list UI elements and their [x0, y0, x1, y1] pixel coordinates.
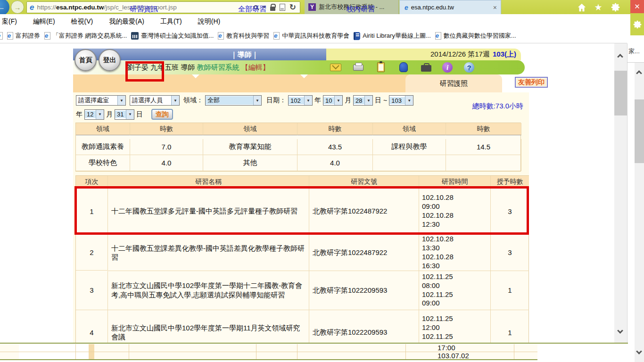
summary-header: 時數	[446, 123, 521, 135]
month-label: 月	[345, 96, 351, 105]
clipboard-icon[interactable]	[375, 62, 387, 73]
summary-header: 時數	[130, 123, 203, 135]
logout-button[interactable]: 登出	[99, 49, 121, 71]
tab-workshop-passport-active[interactable]: 研習護照	[405, 74, 502, 92]
summary-header: 領域	[373, 123, 446, 135]
scroll-up-icon[interactable]	[617, 54, 623, 60]
behind-window-time-text: 103.07.02	[438, 352, 469, 360]
start-year-select[interactable]: 102▼	[288, 95, 313, 106]
tab-close-icon[interactable]: ×	[489, 4, 497, 11]
menu-view[interactable]: 檢視(V)	[71, 17, 93, 26]
chevron-down-icon: ▼	[253, 96, 261, 105]
behind-window-gear-icon[interactable]	[630, 13, 644, 35]
record-time: 102.11.2508:00102.11.2509:00	[419, 271, 491, 310]
record-hours: 1	[491, 271, 529, 310]
favorite-item-clipped[interactable]	[0, 32, 3, 40]
scrollbar-vertical[interactable]	[614, 43, 627, 343]
favorite-item[interactable]: Airiti Library華藝線上圖...	[354, 32, 430, 40]
briefcase-icon[interactable]	[421, 62, 432, 73]
info-icon[interactable]: i	[442, 62, 454, 73]
domain-label: 領域：	[183, 96, 203, 105]
favorite-item[interactable]: 「富邦證券 網路交易系統...	[44, 32, 127, 40]
favorites-star-icon[interactable]: ★	[593, 2, 604, 13]
home-icon[interactable]	[576, 2, 587, 13]
end-month-select[interactable]: 12▼	[84, 109, 104, 120]
end-year-select[interactable]: 103▼	[389, 95, 413, 106]
date-label: 日期：	[266, 96, 286, 105]
refresh-icon[interactable]: ↻	[289, 3, 296, 11]
record-name: 新北市立文山國民中學102學年度第一學期十二年國教-教育會考,高中職與五專免試入…	[108, 271, 309, 310]
scroll-down-icon[interactable]	[617, 328, 623, 334]
behind-window-scrollbar[interactable]	[635, 63, 644, 362]
day-label: 日	[375, 96, 381, 105]
scrollbar-thumb[interactable]	[614, 71, 627, 115]
behind-window-time-text: 17:00	[438, 344, 455, 352]
back-icon: ←	[0, 2, 5, 12]
menu-file[interactable]: 案(F)	[2, 17, 17, 26]
year-label: 年	[314, 96, 321, 105]
favorite-item[interactable]: 教育科技與學習	[218, 32, 269, 40]
chevron-down-icon: ▼	[304, 96, 312, 105]
end-day-select[interactable]: 31▼	[115, 109, 134, 120]
scroll-up-icon[interactable]	[636, 70, 642, 76]
range-tilde: ~	[383, 97, 387, 104]
menu-tools[interactable]: 工具(T)	[160, 17, 182, 26]
tab-school-workshops[interactable]: 校內研習	[323, 0, 398, 18]
summary-header: 領域	[203, 123, 297, 135]
chevron-down-icon: ▼	[117, 96, 125, 105]
ie-page-icon	[435, 32, 441, 40]
behind-window-bottom-border	[0, 359, 537, 360]
help-icon[interactable]: ?	[464, 62, 475, 73]
summary-cell: 4.0	[297, 155, 373, 171]
tab-workshop-info[interactable]: 研習資訊	[106, 0, 182, 18]
department-select[interactable]: 請選擇處室▼	[76, 95, 126, 106]
favorite-item[interactable]: 富邦證券	[7, 32, 40, 40]
behind-window-top-border	[0, 343, 628, 344]
year-label: 年	[76, 110, 83, 119]
home-page-button[interactable]: 首頁	[74, 49, 97, 71]
record-index: 4	[76, 310, 108, 343]
favorite-item[interactable]: 臺灣博碩士論文知識加值...	[131, 32, 214, 40]
backpack-icon[interactable]	[398, 62, 409, 73]
start-day-select[interactable]: 28▼	[353, 95, 373, 106]
favorite-item[interactable]: 數位典藏與數位學習國家...	[435, 32, 516, 40]
browser-titlebar: ← → e https://esa.ntpc.edu.tw/jsp/c_less…	[0, 0, 644, 14]
filter-row-1: 請選擇處室▼ 請選擇人員▼ 領域： 全部▼ 日期： 102▼ 年 10▼ 月 2…	[76, 95, 413, 106]
menu-help[interactable]: 說明(H)	[198, 17, 220, 26]
print-icon[interactable]	[353, 62, 364, 73]
edit-link[interactable]: 【編輯】	[241, 63, 270, 71]
month-label: 月	[106, 110, 113, 119]
menu-favorites[interactable]: 我的最愛(A)	[109, 17, 144, 26]
library-building-icon	[131, 32, 139, 40]
annotation-box-username	[125, 61, 164, 82]
summary-cell	[373, 155, 446, 171]
record-doc-number: 北教研字第1022209593	[309, 271, 419, 310]
scroll-down-icon[interactable]	[636, 348, 642, 354]
back-button[interactable]: ←	[0, 0, 9, 16]
menu-edit[interactable]: 編輯(E)	[33, 17, 55, 26]
favorite-item[interactable]: 中華資訊與科技教育學會	[273, 32, 349, 40]
query-button[interactable]: 查詢	[151, 109, 173, 120]
friendly-print-button[interactable]: 友善列印	[515, 77, 548, 88]
chevron-down-icon: ▼	[126, 110, 134, 119]
system-name-link[interactable]: 教師研習系統	[197, 63, 239, 71]
record-time: 102.10.2813:30102.10.2816:30	[419, 235, 491, 271]
total-hours: 總時數:73.0小時	[472, 102, 523, 111]
ie-logo-icon: e	[30, 3, 34, 12]
mail-icon[interactable]	[330, 62, 341, 73]
record-doc-number: 北教研字第1022209593	[309, 310, 419, 343]
tab-all-workshops[interactable]: 全部研習	[215, 0, 290, 18]
tools-gear-icon[interactable]	[610, 2, 621, 13]
chevron-down-icon: ▼	[334, 96, 342, 105]
browser-favorites-bar: 富邦證券 「富邦證券 網路交易系統... 臺灣博碩士論文知識加值... 教育科技…	[0, 29, 627, 43]
term-text: 103(上)	[493, 50, 516, 59]
window-close-button[interactable]: ✕	[630, 0, 644, 13]
person-select[interactable]: 請選擇人員▼	[130, 95, 180, 106]
ie-page-icon	[7, 32, 13, 40]
domain-select[interactable]: 全部▼	[205, 95, 262, 106]
start-month-select[interactable]: 10▼	[323, 95, 343, 106]
scrollbar-thumb[interactable]	[635, 99, 644, 163]
browser-tab-active[interactable]: e esa.ntpc.edu.tw ×	[399, 0, 501, 14]
forward-button[interactable]: →	[11, 0, 24, 14]
record-hours: 3	[491, 235, 529, 271]
